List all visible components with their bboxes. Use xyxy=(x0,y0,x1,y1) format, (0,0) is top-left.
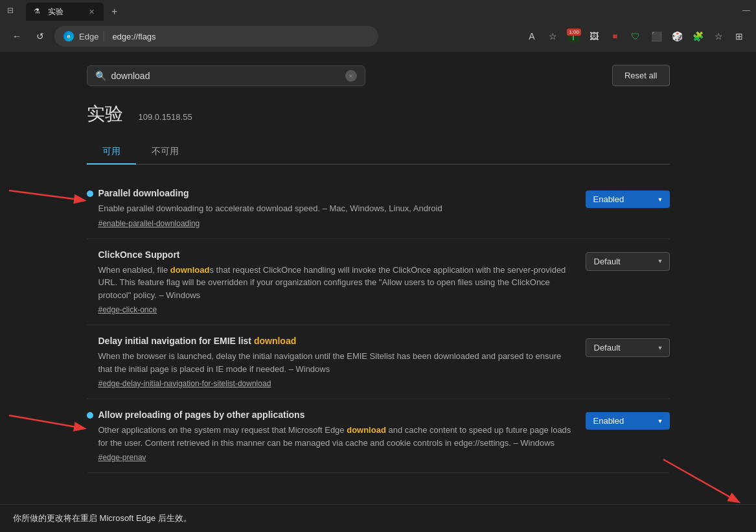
edge-favicon-icon: e xyxy=(63,31,74,41)
flag-title-row: ClickOnce Support xyxy=(87,249,575,260)
svg-line-4 xyxy=(9,415,84,428)
flag-title-text: Delay initial navigation for EMIE list d… xyxy=(98,336,297,346)
flag-control: Enabled Default Disabled xyxy=(586,410,670,430)
edge-label: Edge xyxy=(79,32,98,41)
search-box[interactable]: 🔍 × xyxy=(87,65,365,86)
svg-line-6 xyxy=(663,459,738,502)
address-text: edge://flags xyxy=(112,32,155,41)
flag-left: Parallel downloading Enable parallel dow… xyxy=(87,188,575,228)
address-divider xyxy=(104,31,104,41)
back-button[interactable]: ← xyxy=(8,27,26,45)
flag-control: Default Enabled Disabled xyxy=(586,249,670,271)
page-title-row: 实验 109.0.1518.55 xyxy=(87,102,670,126)
flag-description: Enable parallel downloading to accelerat… xyxy=(98,202,575,215)
favorites-star-icon[interactable]: ☆ xyxy=(709,27,727,45)
flag-title-row: Parallel downloading xyxy=(87,188,575,198)
bottom-bar: 你所做的更改将在重启 Microsoft Edge 后生效。 xyxy=(0,504,756,532)
version-number: 109.0.1518.55 xyxy=(139,112,192,122)
flag-title-text: Allow preloading of pages by other appli… xyxy=(98,410,305,420)
highlight-download-emie: download xyxy=(254,336,296,346)
favorites-icon[interactable]: ☆ xyxy=(544,27,562,45)
new-tab-button[interactable]: + xyxy=(106,3,122,21)
red-arrow-2 xyxy=(3,406,93,445)
flag-select-default-emie[interactable]: Default Enabled Disabled xyxy=(586,338,670,357)
flag-item-emie-delay: Delay initial navigation for EMIE list d… xyxy=(87,325,670,399)
toolbar-icons: A ☆ 1:00 🖼 ■ 🛡 ⬛ 🎲 🧩 ☆ ⊞ xyxy=(523,27,748,45)
page-title: 实验 xyxy=(87,102,123,126)
flag-title-text: ClickOnce Support xyxy=(98,249,180,260)
minimize-button[interactable]: — xyxy=(742,6,751,15)
search-clear-button[interactable]: × xyxy=(345,70,357,82)
refresh-button[interactable]: ↺ xyxy=(31,27,49,45)
flag-item-preloading: Allow preloading of pages by other appli… xyxy=(87,399,670,473)
restart-message: 你所做的更改将在重启 Microsoft Edge 后生效。 xyxy=(13,513,192,523)
highlight-download-preload: download xyxy=(347,425,386,435)
tab-available[interactable]: 可用 xyxy=(87,139,136,164)
flag-select-wrapper: Default Enabled Disabled xyxy=(586,252,670,271)
flag-control: Default Enabled Disabled xyxy=(586,336,670,357)
browser-essentials-icon[interactable]: 1:00 xyxy=(564,27,582,45)
search-row: 🔍 × Reset all xyxy=(87,65,670,86)
search-input[interactable] xyxy=(111,71,340,81)
title-bar-right: — xyxy=(742,6,751,15)
flag-link[interactable]: #edge-prenav xyxy=(98,453,575,462)
flag-title-row: Allow preloading of pages by other appli… xyxy=(87,410,575,420)
flag-link[interactable]: #edge-click-once xyxy=(98,305,575,314)
window-menu-icon[interactable]: ⊟ xyxy=(5,5,16,16)
flag-select-enabled[interactable]: Enabled Default Disabled xyxy=(586,191,670,208)
flag-title-row: Delay initial navigation for EMIE list d… xyxy=(87,336,575,346)
flag-control: Enabled Default Disabled xyxy=(586,188,670,208)
address-bar: ← ↺ e Edge edge://flags A ☆ 1:00 🖼 ■ 🛡 ⬛… xyxy=(0,21,756,52)
media-icon[interactable]: ⬛ xyxy=(647,27,665,45)
flag-select-wrapper: Default Enabled Disabled xyxy=(586,338,670,357)
highlight-download: download xyxy=(170,265,210,275)
tab-unavailable[interactable]: 不可用 xyxy=(136,139,194,164)
extensions-icon[interactable]: 🧩 xyxy=(689,27,707,45)
red-arrow-1 xyxy=(3,178,93,216)
tabs-row: 可用 不可用 xyxy=(87,139,670,165)
flag-item-clickonce: ClickOnce Support When enabled, file dow… xyxy=(87,239,670,326)
flag-select-wrapper: Enabled Default Disabled xyxy=(586,412,670,430)
flag-link[interactable]: #enable-parallel-downloading xyxy=(98,219,575,228)
flag-item-parallel-downloading: Parallel downloading Enable parallel dow… xyxy=(87,178,670,239)
shield-icon[interactable]: 🛡 xyxy=(626,27,645,45)
main-content: 🔍 × Reset all 实验 109.0.1518.55 可用 不可用 Pa… xyxy=(0,52,756,532)
title-bar-left: ⊟ ⚗ 实验 ✕ + xyxy=(5,0,122,21)
flag-left: ClickOnce Support When enabled, file dow… xyxy=(87,249,575,315)
flag-description: When the browser is launched, delay the … xyxy=(98,350,575,375)
main-tab[interactable]: ⚗ 实验 ✕ xyxy=(26,3,104,21)
tab-area: ⚗ 实验 ✕ + xyxy=(26,0,122,21)
tab-favicon: ⚗ xyxy=(34,7,43,16)
flag-select-wrapper: Enabled Default Disabled xyxy=(586,191,670,208)
page-container: 🔍 × Reset all 实验 109.0.1518.55 可用 不可用 Pa… xyxy=(74,65,683,473)
collections-icon[interactable]: ⊞ xyxy=(730,27,748,45)
flag-active-dot xyxy=(87,412,93,419)
flag-select-enabled-preload[interactable]: Enabled Default Disabled xyxy=(586,412,670,430)
address-input[interactable]: e Edge edge://flags xyxy=(54,26,378,47)
games-icon[interactable]: 🎲 xyxy=(668,27,686,45)
flag-left: Allow preloading of pages by other appli… xyxy=(87,410,575,462)
tab-close-button[interactable]: ✕ xyxy=(87,6,96,17)
flag-title-text: Parallel downloading xyxy=(98,188,189,198)
flag-description: Other applications on the system may req… xyxy=(98,424,575,449)
essentials-badge: 1:00 xyxy=(567,29,581,36)
flag-link[interactable]: #edge-delay-initial-navigation-for-sitel… xyxy=(98,379,575,388)
flag-active-dot xyxy=(87,191,93,197)
screenshot-icon[interactable]: 🖼 xyxy=(585,27,603,45)
flag-description: When enabled, file downloads that reques… xyxy=(98,264,575,302)
readinglist-icon[interactable]: ■ xyxy=(606,27,624,45)
flag-select-default[interactable]: Default Enabled Disabled xyxy=(586,252,670,271)
red-arrow-3 xyxy=(657,453,748,511)
reset-all-button[interactable]: Reset all xyxy=(612,65,670,86)
tab-title: 实验 xyxy=(48,6,82,17)
svg-line-2 xyxy=(9,191,84,200)
font-options-icon[interactable]: A xyxy=(523,27,541,45)
search-icon: 🔍 xyxy=(95,71,106,81)
flag-left: Delay initial navigation for EMIE list d… xyxy=(87,336,575,388)
title-bar: ⊟ ⚗ 实验 ✕ + — xyxy=(0,0,756,21)
